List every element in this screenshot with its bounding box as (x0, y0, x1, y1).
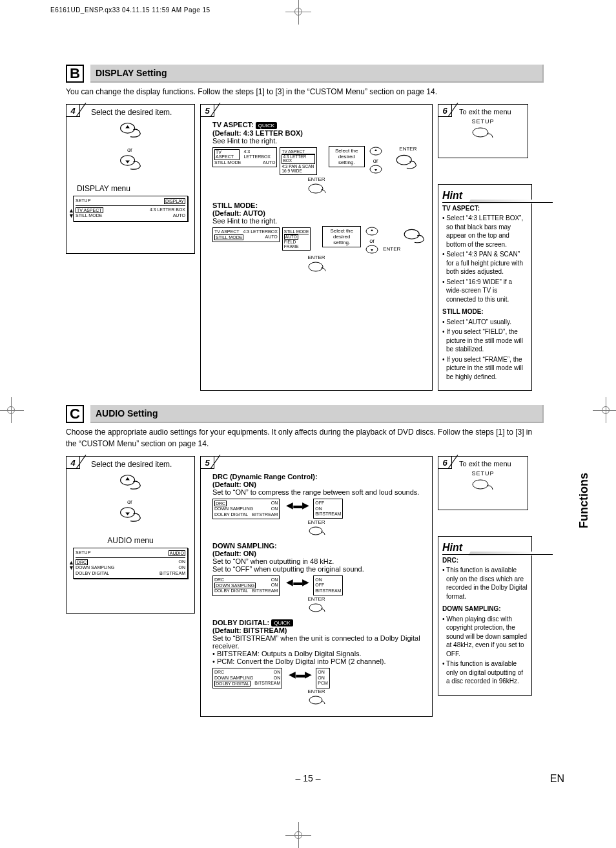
section-c-header: C AUDIO Setting (66, 405, 544, 423)
setup-label: SETUP (441, 470, 525, 477)
drc-block: DRC (Dynamic Range Control): (Default: O… (212, 473, 429, 496)
page-lang: EN (550, 773, 564, 785)
select-setting-box: Select the desired setting. (322, 226, 361, 247)
quick-pill: QUICK (256, 122, 277, 129)
enter-button-icon (402, 226, 429, 251)
enter-icon (307, 525, 325, 538)
osd-row: STILL MODE (76, 213, 102, 218)
enter-footer: ENTER (307, 254, 325, 260)
c-step4-box: 4 Select the desired item. or AUDIO menu… (66, 456, 195, 614)
svg-point-14 (309, 604, 322, 612)
quick-pill: QUICK (271, 619, 293, 626)
svg-point-5 (309, 184, 323, 193)
tv-aspect-panel: TV ASPECT4:3 LETTERBOX STILL MODEAUTO (212, 147, 277, 167)
up-button-icon (116, 118, 145, 147)
setup-label: SETUP (441, 118, 525, 125)
c-step6-box: 6 To exit the menu SETUP (438, 456, 528, 510)
c-step5-box: 5 DRC (Dynamic Range Control): (Default:… (200, 456, 433, 717)
b-step4-box: 4 Select the desired item. or DISPLAY me… (66, 104, 195, 254)
hint-list: Select “4:3 LETTER BOX”, so that black b… (442, 214, 528, 304)
enter-icon (307, 694, 325, 707)
ds-panel: DRCON DOWN SAMPLINGON DOLBY DIGITALBITST… (212, 575, 280, 596)
osd-row: DRC (76, 559, 88, 565)
svg-point-4 (396, 155, 411, 165)
osd-setup: SETUP (76, 550, 90, 556)
downsampling-block: DOWN SAMPLING: (Default: ON) Set to “ON”… (212, 542, 429, 573)
down-icon (369, 164, 383, 174)
enter-footer: ENTER (307, 176, 325, 182)
still-mode-block: STILL MODE: (Default: AUTO) See Hint to … (212, 202, 429, 225)
osd-row: TV ASPECT (76, 207, 103, 213)
svg-point-16 (473, 480, 488, 489)
ds-panel-alt: ON OFF BITSTREAM (313, 575, 343, 595)
section-b-diagram: 4 Select the desired item. or DISPLAY me… (66, 104, 544, 391)
drc-panel-alt: OFF ON BITSTREAM (313, 499, 343, 519)
dolby-block: DOLBY DIGITAL: QUICK (Default: BITSTREAM… (212, 619, 429, 666)
c-step6-num: 6 (442, 458, 447, 468)
still-mode-panel: TV ASPECT4:3 LETTERBOX STILL MODEAUTO (212, 227, 280, 242)
enter-icon (307, 602, 325, 615)
svg-point-1 (121, 156, 135, 165)
svg-point-11 (121, 475, 135, 485)
b-step6-num: 6 (442, 106, 447, 116)
osd-row-val: ON (179, 559, 186, 565)
down-icon (365, 244, 379, 254)
osd-display: DISPLAY (164, 198, 185, 204)
page-number: – 15 – (0, 773, 616, 783)
svg-point-13 (309, 527, 322, 535)
arrow-icon: ◀▬▶ (285, 667, 316, 679)
section-c-desc: Choose the appropriate audio settings fo… (66, 427, 544, 450)
still-mode-list: STILL MODE AUTO FIELD FRAME (282, 227, 311, 251)
osd-audio: AUDIO (169, 550, 185, 556)
enter-footer: ENTER (307, 519, 325, 525)
osd-row-val: AUTO (173, 213, 185, 218)
enter-label: ENTER (383, 246, 400, 252)
up-icon (365, 226, 379, 236)
audio-menu-label: AUDIO menu (69, 536, 192, 545)
audio-osd-panel: ▲▼ SETUP AUDIO DRCON DOWN SAMPLINGON DOL… (73, 548, 188, 579)
job-header: E6161UD_ENSP.qx33 04.11.15 11:59 AM Page… (50, 6, 210, 14)
osd-row-val: 4:3 LETTER BOX (150, 207, 185, 213)
hint-title: Hint (442, 189, 462, 203)
hint-heading: STILL MODE: (442, 307, 528, 316)
svg-point-15 (309, 696, 322, 704)
side-tab: Functions (562, 375, 577, 465)
hint-list: Select “AUTO” usually. If you select “FI… (442, 318, 528, 382)
c-hint-box: Hint DRC: This function is available onl… (438, 536, 532, 696)
b-step5-box: 5 TV ASPECT: QUICK (Default: 4:3 LETTER … (200, 104, 433, 391)
setup-button-icon (470, 125, 496, 144)
select-setting-box: Select the desired setting. (329, 146, 365, 167)
up-button-icon (116, 470, 145, 499)
display-osd-panel: ▲▼ SETUP DISPLAY TV ASPECT4:3 LETTER BOX… (73, 196, 188, 221)
section-b-header: B DISPLAY Setting (66, 65, 544, 83)
section-c-diagram: 4 Select the desired item. or AUDIO menu… (66, 456, 544, 717)
down-button-icon (116, 502, 145, 531)
enter-label: ENTER (399, 146, 416, 152)
osd-setup: SETUP (76, 198, 90, 204)
b-step6-box: 6 To exit the menu SETUP (438, 104, 528, 158)
svg-point-8 (404, 229, 419, 239)
section-b-title: DISPLAY Setting (90, 65, 544, 83)
arrow-icon: ◀▬▶ (282, 574, 313, 587)
tv-aspect-list: TV ASPECT 4:3 LETTER BOX 4:3 PAN & SCAN … (280, 147, 316, 175)
enter-icon (307, 260, 326, 274)
osd-row: DOWN SAMPLING (76, 565, 114, 570)
svg-point-9 (309, 262, 323, 271)
section-c-letter: C (66, 405, 84, 423)
enter-button-icon (395, 152, 422, 176)
setup-button-icon (470, 477, 496, 496)
b-step5-num: 5 (205, 106, 209, 116)
osd-row-val: ON (179, 565, 186, 570)
hint-title: Hint (442, 541, 462, 555)
b-step4-num: 4 (70, 106, 75, 116)
osd-row: DOLBY DIGITAL (76, 571, 109, 576)
section-b-desc: You can change the display functions. Fo… (66, 87, 544, 98)
display-menu-label: DISPLAY menu (77, 184, 192, 193)
dd-panel: DRCON DOWN SAMPLINGON DOLBY DIGITALBITST… (212, 668, 282, 688)
down-button-icon (116, 150, 145, 179)
arrow-icon: ◀▬▶ (282, 497, 313, 510)
hint-heading: DOWN SAMPLING: (442, 605, 528, 614)
dd-panel-alt: ON ON PCM (316, 668, 330, 688)
c-step4-num: 4 (70, 458, 75, 468)
section-b-letter: B (66, 65, 84, 83)
